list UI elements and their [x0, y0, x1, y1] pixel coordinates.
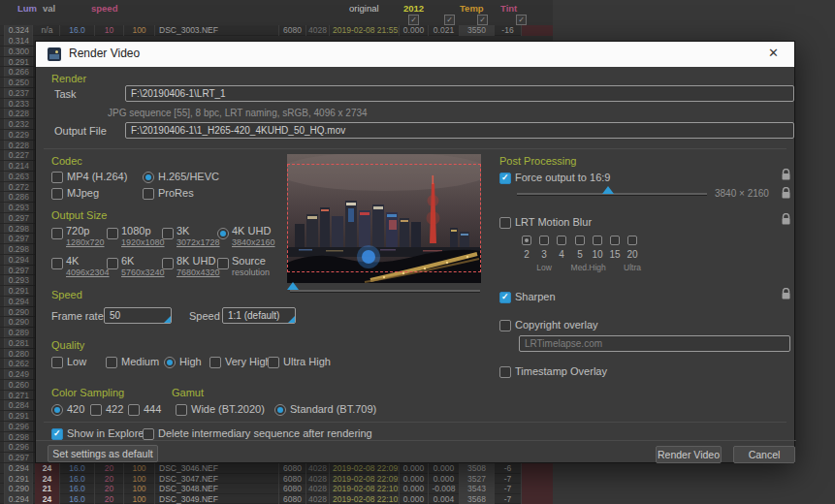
mb-step-20-checkbox[interactable] — [627, 236, 637, 245]
mb-step-3-checkbox[interactable] — [539, 236, 549, 245]
mb-step-2-radio[interactable] — [522, 236, 531, 245]
quality-ultrahigh-label[interactable]: Ultra High — [283, 356, 331, 367]
preview-position-slider[interactable] — [290, 290, 480, 293]
mb-step-15-checkbox[interactable] — [610, 236, 620, 245]
size-4k-res[interactable]: 4096x2304 — [66, 268, 110, 277]
column-checkbox-icon[interactable]: ✓ — [408, 15, 419, 25]
gamut-standard-radio[interactable] — [274, 404, 286, 416]
table-row[interactable]: 0.291 24 16.0 20 100 DSC_3047.NEF 6080 4… — [0, 474, 553, 485]
size-3k-res[interactable]: 3072x1728 — [177, 237, 220, 247]
show-in-explorer-label[interactable]: Show in Explorer — [67, 427, 147, 439]
close-icon[interactable]: ✕ — [768, 46, 779, 60]
quality-high-radio[interactable] — [164, 357, 176, 368]
force-169-checkbox[interactable] — [499, 173, 511, 184]
copyright-label[interactable]: Copyright overlay — [515, 319, 598, 331]
size-4kuhd-radio[interactable] — [217, 228, 229, 239]
column-header-tint[interactable]: Tint — [500, 3, 517, 14]
table-row[interactable]: 0.294 24 16.0 20 100 DSC_3046.NEF 6080 4… — [0, 463, 553, 474]
quality-medium-checkbox[interactable] — [106, 357, 117, 368]
column-checkbox-icon[interactable]: ✓ — [477, 15, 488, 25]
lock-icon[interactable] — [781, 288, 791, 300]
size-4k-checkbox[interactable] — [51, 258, 63, 269]
gamut-wide-label[interactable]: Wide (BT.2020) — [191, 403, 265, 415]
quality-low-label[interactable]: Low — [67, 356, 86, 367]
column-checkbox-icon[interactable]: ✓ — [516, 15, 527, 25]
codec-mjpeg-checkbox[interactable] — [51, 188, 63, 200]
codec-mp4-label[interactable]: MP4 (H.264) — [67, 171, 127, 182]
copyright-checkbox[interactable] — [499, 320, 511, 331]
size-4kuhd-label[interactable]: 4K UHD — [232, 225, 271, 236]
quality-high-label[interactable]: High — [179, 356, 202, 367]
column-checkbox-icon[interactable]: ✓ — [444, 15, 455, 25]
motion-blur-label[interactable]: LRT Motion Blur — [515, 216, 592, 228]
output-file-input[interactable]: F:\20190406-1\1_H265-420_4KUHD_50_HQ.mov — [125, 122, 794, 139]
size-1080p-label[interactable]: 1080p — [121, 225, 151, 236]
mb-step-4-checkbox[interactable] — [557, 236, 566, 245]
task-input[interactable]: F:\20190406-1\LRT_1 — [125, 85, 794, 102]
table-row[interactable]: 0.294 24 16.0 20 100 DSC_3049.NEF 6080 4… — [0, 494, 553, 504]
size-source-label[interactable]: Source — [232, 255, 266, 267]
column-header-2012[interactable]: 2012 — [403, 3, 424, 14]
size-3k-label[interactable]: 3K — [177, 225, 189, 236]
lock-icon[interactable] — [781, 213, 791, 226]
column-header-speed[interactable]: speed — [91, 3, 117, 14]
copyright-text-input[interactable]: LRTimelapse.com — [519, 335, 790, 352]
size-720p-checkbox[interactable] — [51, 228, 63, 239]
size-720p-label[interactable]: 720p — [66, 225, 89, 236]
size-8kuhd-label[interactable]: 8K UHD — [177, 255, 215, 267]
size-6k-label[interactable]: 6K — [121, 255, 134, 267]
quality-veryhigh-label[interactable]: Very High — [225, 356, 272, 367]
timestamp-checkbox[interactable] — [499, 366, 511, 378]
motion-blur-checkbox[interactable] — [499, 217, 511, 229]
size-4k-label[interactable]: 4K — [66, 255, 79, 267]
render-video-button[interactable]: Render Video — [656, 446, 722, 463]
quality-ultrahigh-checkbox[interactable] — [268, 357, 279, 368]
table-row[interactable]: 0.324 n/a 16.0 10 100 DSC_3003.NEF 6080 … — [0, 25, 553, 36]
column-header-temp[interactable]: Temp — [460, 3, 484, 14]
codec-prores-label[interactable]: ProRes — [158, 187, 194, 199]
preview-slider-handle[interactable] — [287, 282, 299, 290]
size-6k-checkbox[interactable] — [107, 258, 118, 269]
sharpen-label[interactable]: Sharpen — [515, 291, 556, 302]
column-header-original[interactable]: original — [349, 3, 379, 14]
lock-icon[interactable] — [781, 169, 791, 181]
table-row[interactable]: 0.290 21 16.0 20 100 DSC_3048.NEF 6080 4… — [0, 484, 553, 494]
column-header-val[interactable]: val — [43, 3, 55, 14]
cs-422-label[interactable]: 422 — [106, 403, 123, 415]
cancel-button[interactable]: Cancel — [733, 446, 795, 463]
size-4kuhd-res[interactable]: 3840x2160 — [232, 237, 275, 247]
speed-input[interactable]: 1:1 (default) — [222, 307, 296, 324]
quality-low-checkbox[interactable] — [51, 357, 63, 368]
size-source-checkbox[interactable] — [217, 258, 229, 269]
size-8kuhd-res[interactable]: 7680x4320 — [177, 268, 220, 277]
quality-veryhigh-checkbox[interactable] — [209, 357, 221, 368]
codec-prores-checkbox[interactable] — [143, 188, 154, 200]
size-8kuhd-checkbox[interactable] — [162, 258, 174, 269]
delete-intermediary-label[interactable]: Delete intermediary sequence after rende… — [158, 427, 372, 439]
cs-420-label[interactable]: 420 — [67, 403, 84, 415]
dialog-titlebar[interactable]: Render Video ✕ — [36, 42, 794, 67]
size-1080p-res[interactable]: 1920x1080 — [121, 237, 165, 247]
mb-step-10-checkbox[interactable] — [593, 236, 602, 245]
gamut-wide-checkbox[interactable] — [176, 404, 187, 416]
cs-422-checkbox[interactable] — [90, 404, 102, 416]
force-169-label[interactable]: Force output to 16:9 — [515, 172, 610, 183]
lock-icon[interactable] — [781, 187, 791, 200]
size-1080p-checkbox[interactable] — [107, 228, 118, 239]
timestamp-label[interactable]: Timestamp Overlay — [515, 365, 607, 377]
codec-h265-radio[interactable] — [143, 172, 154, 183]
frame-rate-input[interactable]: 50 — [104, 307, 172, 324]
codec-mp4-checkbox[interactable] — [51, 172, 63, 183]
size-720p-res[interactable]: 1280x720 — [66, 237, 105, 247]
gamut-standard-label[interactable]: Standard (BT.709) — [290, 403, 376, 415]
codec-mjpeg-label[interactable]: MJpeg — [67, 187, 99, 199]
mb-step-5-checkbox[interactable] — [575, 236, 585, 245]
cs-420-radio[interactable] — [51, 404, 63, 416]
codec-h265-label[interactable]: H.265/HEVC — [158, 171, 219, 182]
scale-slider-handle[interactable] — [602, 186, 614, 194]
cs-444-label[interactable]: 444 — [144, 403, 161, 415]
quality-medium-label[interactable]: Medium — [121, 356, 159, 367]
show-in-explorer-checkbox[interactable] — [51, 428, 63, 440]
column-header-lum[interactable]: Lum — [17, 3, 37, 14]
size-3k-checkbox[interactable] — [162, 228, 174, 239]
